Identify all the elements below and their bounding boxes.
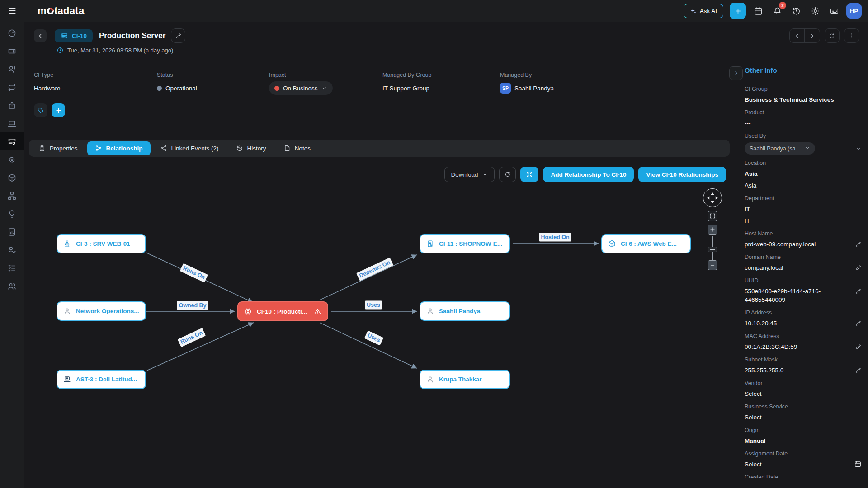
impact-dropdown[interactable]: On Business [269,81,333,95]
page-title: Production Server [99,31,165,40]
calendar-button[interactable] [752,5,764,17]
pencil-icon[interactable] [855,367,862,374]
ci-code-badge[interactable]: CI-10 [55,29,93,42]
graph-node-krupa[interactable]: Krupa Thakkar [420,370,510,389]
ask-ai-button[interactable]: Ask AI [684,4,723,18]
collapse-panel-button[interactable] [729,66,743,80]
graph-node-saahil[interactable]: Saahil Pandya [420,301,510,321]
graph-node-ci10[interactable]: CI-10 : Producti... [237,301,328,321]
refresh-graph-button[interactable] [499,167,516,182]
zoom-slider-handle[interactable] [708,247,717,252]
sidebar-item-reports[interactable] [0,223,24,241]
graph-node-ci6[interactable]: CI-6 : AWS Web E... [601,234,691,253]
pencil-icon[interactable] [855,320,862,327]
sidebar-item-tasks[interactable] [0,259,24,277]
download-dropdown[interactable]: Download [444,167,495,182]
back-button[interactable] [34,29,47,42]
sidebar-item-assets[interactable] [0,114,24,132]
edit-title-button[interactable] [171,28,185,43]
other-info-panel: Other Info CI GroupBusiness & Technical … [736,61,868,488]
summary-label: CI Type [34,72,157,78]
tags-button[interactable] [34,103,47,117]
menu-icon[interactable] [0,0,24,22]
pencil-icon[interactable] [855,241,862,248]
chevron-right-icon [733,70,739,76]
refresh-record-button[interactable] [825,28,840,43]
activity-history-button[interactable] [790,5,802,17]
create-new-button[interactable] [730,3,746,19]
laptop-asset-icon [63,375,71,384]
sidebar-item-incidents[interactable] [0,60,24,78]
pan-control[interactable] [703,188,722,207]
sidebar-item-requests[interactable] [0,42,24,60]
pencil-icon[interactable] [855,264,862,271]
graph-node-ast3[interactable]: AST-3 : Dell Latitud... [57,370,146,389]
field-department: DepartmentITIT [745,195,862,225]
sidebar-item-releases[interactable] [0,96,24,114]
field-value: 255.255.255.0 [745,366,851,375]
field-created-date: Created DateTue, Mar 31, 2026 03:58 PM [745,474,862,478]
tab-linked-events-2[interactable]: Linked Events (2) [152,141,226,155]
pencil-icon[interactable] [855,343,862,350]
gauge-icon [7,28,17,38]
sitemap-icon [7,191,17,201]
notifications-button[interactable]: 2 [771,5,783,17]
node-label: CI-6 : AWS Web E... [621,240,677,247]
add-relationship-button[interactable]: Add Relationship To CI-10 [543,167,634,182]
sidebar-item-changes[interactable] [0,78,24,96]
sidebar-item-workflows[interactable] [0,187,24,205]
history-icon [236,145,243,152]
pencil-icon[interactable] [855,288,862,295]
laptop-icon [7,119,17,128]
zoom-in-button[interactable] [708,225,717,235]
sidebar-item-dashboard[interactable] [0,24,24,42]
breadcrumb: CI-10 Production Server [24,22,868,43]
previous-record-button[interactable] [790,29,805,42]
view-relationships-button[interactable]: View CI-10 Relationships [638,167,726,182]
managed-by-value: Saahil Pandya [514,85,554,92]
relationship-canvas[interactable]: Download Add Relationship To CI-10 View … [29,157,730,488]
zoom-slider-track-lower[interactable] [712,252,713,259]
field-vendor: VendorSelect [745,380,862,398]
node-label: Network Operations... [76,308,139,314]
sidebar-item-approvals[interactable] [0,241,24,259]
user-check-icon [7,245,17,255]
graph-node-ci3[interactable]: CI-3 : SRV-WEB-01 [57,234,146,253]
more-options-button[interactable] [844,28,859,43]
chevron-down-icon[interactable] [855,145,862,152]
sidebar-item-cmdb[interactable] [0,132,24,150]
user-avatar[interactable]: HP [846,3,862,19]
graph-node-ci11[interactable]: CI-11 : SHOPNOW-E... [420,234,510,253]
next-record-button[interactable] [805,29,820,42]
tab-properties[interactable]: Properties [31,141,85,155]
graph-node-netops[interactable]: Network Operations... [57,301,146,321]
sidebar-item-teams[interactable] [0,277,24,295]
add-tag-button[interactable] [52,103,65,117]
tab-label: History [247,145,266,152]
field-ci-group: CI GroupBusiness & Technical Services [745,86,862,104]
impact-value: On Business [283,85,318,92]
summary-label: Managed By Group [382,72,500,78]
tab-notes[interactable]: Notes [276,141,318,155]
zoom-out-button[interactable] [708,260,717,270]
sidebar-item-packages[interactable] [0,169,24,187]
settings-button[interactable] [809,5,821,17]
keyboard-shortcuts-button[interactable] [828,5,840,17]
close-icon[interactable] [805,146,810,151]
tab-history[interactable]: History [228,141,274,155]
fit-to-screen-button[interactable] [708,211,717,221]
summary-value: Hardware [34,85,61,92]
person-icon [426,375,434,384]
used-by-select[interactable]: Saahil Pandya (sa... [745,142,862,155]
pencil-icon [175,33,182,39]
sidebar-item-automation[interactable] [0,150,24,169]
field-value[interactable]: Select [745,460,850,469]
tab-relationship[interactable]: Relationship [87,141,151,155]
node-label: Saahil Pandya [439,308,481,314]
calendar-icon[interactable] [854,460,862,468]
logo-part-m: m [38,5,47,17]
tab-label: Notes [295,145,311,152]
warning-icon [313,307,322,316]
sidebar-item-knowledge[interactable] [0,205,24,223]
fullscreen-graph-button[interactable] [520,167,538,182]
